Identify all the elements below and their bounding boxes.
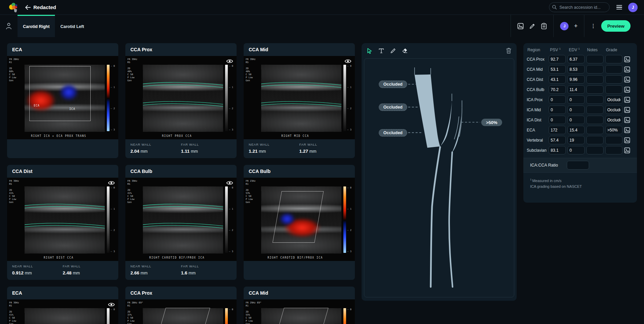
open-region-image-button[interactable] xyxy=(624,87,631,93)
toggle-annotations-button[interactable] xyxy=(108,180,115,186)
edv-input[interactable] xyxy=(568,85,585,94)
occlusion-label-pill[interactable]: Occluded xyxy=(379,129,407,137)
tab-carotid-right[interactable]: Carotid Right xyxy=(18,15,55,37)
toggle-annotations-button[interactable] xyxy=(226,59,233,65)
open-region-image-button[interactable] xyxy=(624,66,631,72)
open-region-image-button[interactable] xyxy=(624,107,631,113)
grayscale-bar xyxy=(107,65,110,131)
table-rows: CCA Prox CCA Mid CCA Dist CCA Bulb xyxy=(527,55,634,154)
edv-input[interactable] xyxy=(568,75,585,84)
open-region-image-button[interactable] xyxy=(624,56,631,62)
ultrasound-image[interactable]: FR 39Hz RS 2D 40% C 50 P Low Gen 0123 RI… xyxy=(244,56,355,139)
diagram-toolbar xyxy=(362,43,517,58)
psv-input[interactable] xyxy=(549,85,566,94)
select-tool-button[interactable] xyxy=(367,48,372,54)
menu-icon[interactable] xyxy=(616,5,622,9)
notes-input[interactable] xyxy=(586,85,604,94)
ratio-input[interactable] xyxy=(567,161,589,170)
clear-diagram-button[interactable] xyxy=(506,48,512,54)
edv-input[interactable] xyxy=(568,65,585,73)
notes-input[interactable] xyxy=(586,106,604,114)
psv-input[interactable] xyxy=(549,116,566,124)
more-options-icon[interactable]: ⋮ xyxy=(591,25,596,27)
back-button[interactable] xyxy=(25,5,31,10)
psv-input[interactable] xyxy=(549,146,566,154)
notes-input[interactable] xyxy=(586,95,604,104)
search-input[interactable] xyxy=(549,2,610,12)
ultrasound-image[interactable]: FR 39Hz RS 2D 40% C 50 P Low Gen 0123 RI… xyxy=(125,56,237,139)
preview-button[interactable]: Preview xyxy=(601,20,631,32)
open-region-image-button[interactable] xyxy=(624,127,631,133)
occlusion-label-pill[interactable]: Occluded xyxy=(379,81,407,88)
open-region-image-button[interactable] xyxy=(624,97,631,103)
open-region-image-button[interactable] xyxy=(624,117,631,123)
edv-input[interactable] xyxy=(568,136,585,144)
diagram-canvas[interactable]: >50% Occluded Occluded Occluded xyxy=(364,58,514,297)
ultrasound-image[interactable]: FR 29Hz 69° R1 2D 55% C 50 P Low Gen CF … xyxy=(244,299,355,324)
edv-input[interactable] xyxy=(568,106,585,114)
notes-input[interactable] xyxy=(586,55,604,63)
psv-input[interactable] xyxy=(549,136,566,144)
ultrasound-image[interactable]: FR 39Hz RS 2D 41% C 50 P Low Gen 0123 RI… xyxy=(7,178,118,261)
psv-input[interactable] xyxy=(549,75,566,84)
grade-input[interactable] xyxy=(605,106,622,114)
ultrasound-image[interactable]: FR 28Hz 69° R1 2D 37% C 50 P Low Gen CF … xyxy=(125,299,237,324)
device-meta-text: FR 39Hz RS 2D 40% C 50 P Low Gen xyxy=(127,58,137,82)
edv-input[interactable] xyxy=(568,126,585,134)
notes-input[interactable] xyxy=(586,126,604,134)
toggle-annotations-button[interactable] xyxy=(344,59,351,65)
edv-input[interactable] xyxy=(568,95,585,104)
annotate-button[interactable] xyxy=(529,23,535,29)
add-image-button[interactable] xyxy=(517,23,524,29)
patient-icon[interactable] xyxy=(6,23,12,29)
open-region-image-button[interactable] xyxy=(624,77,631,83)
add-assignee-button[interactable]: + xyxy=(574,23,578,29)
far-wall-value: 2.48 xyxy=(63,270,71,275)
user-avatar[interactable]: J xyxy=(628,3,638,12)
assignee-avatar[interactable]: J xyxy=(560,22,569,30)
draw-tool-button[interactable] xyxy=(390,48,396,54)
grade-input[interactable] xyxy=(605,116,622,124)
grayscale-bar xyxy=(107,186,110,253)
psv-input[interactable] xyxy=(549,55,566,63)
stenosis-label-pill[interactable]: >50% xyxy=(481,119,502,126)
ultrasound-image[interactable]: FR 23Hz R1 2D 53% C 50 P Low Gen 0123 RI… xyxy=(244,178,355,261)
grade-input[interactable] xyxy=(605,55,622,63)
search-icon xyxy=(552,5,557,9)
edv-input[interactable] xyxy=(568,55,585,63)
grade-input[interactable] xyxy=(605,136,622,144)
col-grade: Grade xyxy=(605,48,622,52)
psv-input[interactable] xyxy=(549,65,566,73)
notes-input[interactable] xyxy=(586,75,604,84)
psv-input[interactable] xyxy=(549,106,566,114)
text-tool-button[interactable] xyxy=(378,48,384,54)
ultrasound-image[interactable]: FR 39Hz RS 2D 41% C 50 P Low Gen 0123 xyxy=(7,299,118,324)
erase-tool-button[interactable] xyxy=(402,48,408,54)
open-region-image-button[interactable] xyxy=(624,147,631,153)
notes-input[interactable] xyxy=(586,146,604,154)
ultrasound-image[interactable]: FR 39Hz RS 2D 41% C 50 P Low Gen 0123 RI… xyxy=(125,178,237,261)
table-row: CCA Bulb xyxy=(527,85,634,94)
grade-input[interactable] xyxy=(605,65,622,73)
toggle-annotations-button[interactable] xyxy=(108,302,115,308)
card-title: CCA Bulb xyxy=(125,165,237,178)
grade-input[interactable] xyxy=(605,126,622,134)
grade-input[interactable] xyxy=(605,146,622,154)
notes-input[interactable] xyxy=(586,116,604,124)
notes-input[interactable] xyxy=(586,136,604,144)
notes-input[interactable] xyxy=(586,65,604,73)
grade-input[interactable] xyxy=(605,95,622,104)
grade-input[interactable] xyxy=(605,85,622,94)
ultrasound-image[interactable]: FR 28Hz R1 2D 60% C 50 P Low Gen ECA ICA… xyxy=(7,56,118,139)
edv-input[interactable] xyxy=(568,116,585,124)
report-button[interactable] xyxy=(541,23,547,29)
open-region-image-button[interactable] xyxy=(624,137,631,143)
tab-carotid-left[interactable]: Carotid Left xyxy=(55,15,89,37)
edv-input[interactable] xyxy=(568,146,585,154)
psv-input[interactable] xyxy=(549,95,566,104)
psv-input[interactable] xyxy=(549,126,566,134)
grade-input[interactable] xyxy=(605,75,622,84)
toggle-annotations-button[interactable] xyxy=(226,180,233,186)
device-meta-text: FR 28Hz 69° R1 2D 37% C 50 P Low Gen CF xyxy=(127,301,143,324)
occlusion-label-pill[interactable]: Occluded xyxy=(379,104,407,111)
